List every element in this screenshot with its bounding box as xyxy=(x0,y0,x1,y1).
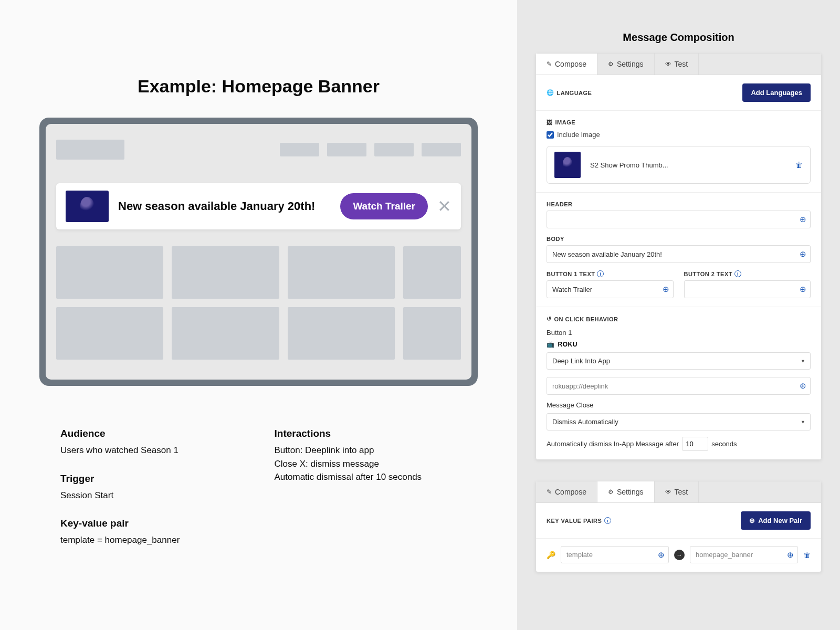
interaction-line: Button: Deeplink into app xyxy=(275,444,457,457)
kvp-value-input[interactable] xyxy=(690,546,798,563)
close-icon[interactable]: ✕ xyxy=(437,196,452,216)
tab-compose[interactable]: ✎Compose xyxy=(536,481,597,502)
mock-card xyxy=(288,307,395,360)
tab-settings[interactable]: ⚙Settings xyxy=(597,54,655,75)
tab-settings[interactable]: ⚙Settings xyxy=(597,481,655,502)
dismiss-suffix: seconds xyxy=(711,440,737,448)
kvp-text: template = homepage_banner xyxy=(60,533,243,547)
mock-nav-item xyxy=(374,143,414,156)
interaction-line: Close X: dismiss message xyxy=(275,457,457,471)
mock-card xyxy=(172,307,279,360)
interaction-line: Automatic dismissal after 10 seconds xyxy=(275,470,457,484)
plus-icon[interactable]: ⊕ xyxy=(800,381,806,391)
eye-icon: 👁 xyxy=(665,60,671,68)
tv-icon: 📺 xyxy=(547,341,555,348)
image-label: IMAGE xyxy=(555,119,576,125)
eye-icon: 👁 xyxy=(665,488,671,496)
kvp-section-label: KEY VALUE PAIRS xyxy=(547,518,602,524)
mock-card xyxy=(288,246,395,299)
plus-icon[interactable]: ⊕ xyxy=(787,550,794,560)
info-icon[interactable]: i xyxy=(734,270,741,277)
mock-card xyxy=(403,307,461,360)
mock-card xyxy=(56,246,163,299)
onclick-action-select[interactable]: Deep Link Into App xyxy=(547,352,811,370)
arrow-right-icon: → xyxy=(674,550,685,560)
mock-nav-item xyxy=(422,143,461,156)
tab-test[interactable]: 👁Test xyxy=(655,54,699,75)
deeplink-input[interactable] xyxy=(547,377,811,395)
header-input[interactable] xyxy=(547,211,811,228)
example-title: Example: Homepage Banner xyxy=(0,76,517,97)
message-close-label: Message Close xyxy=(547,401,811,409)
mock-nav-item xyxy=(280,143,319,156)
plus-icon[interactable]: ⊕ xyxy=(800,215,806,224)
plus-icon: ⊕ xyxy=(749,517,755,524)
tab-test[interactable]: 👁Test xyxy=(655,481,699,502)
button1-label: BUTTON 1 TEXT xyxy=(547,271,595,277)
kvp-heading: Key-value pair xyxy=(60,518,243,529)
gear-icon: ⚙ xyxy=(608,488,614,496)
interactions-heading: Interactions xyxy=(275,428,457,439)
language-label: LANGUAGE xyxy=(557,90,592,96)
body-field-label: BODY xyxy=(547,236,811,242)
button1-onclick-label: Button 1 xyxy=(547,329,811,337)
panel-title: Message Composition xyxy=(536,32,822,44)
body-input[interactable] xyxy=(547,245,811,263)
info-icon[interactable]: i xyxy=(604,517,611,524)
mock-card xyxy=(403,246,461,299)
compose-card: ✎Compose ⚙Settings 👁Test 🌐LANGUAGE Add L… xyxy=(536,53,822,460)
mock-card xyxy=(56,307,163,360)
mock-nav-item xyxy=(327,143,366,156)
button2-text-input[interactable] xyxy=(684,280,811,298)
mockup-frame: New season available January 20th! Watch… xyxy=(39,118,478,386)
globe-icon: 🌐 xyxy=(547,89,554,96)
pencil-icon: ✎ xyxy=(547,488,552,496)
trash-icon[interactable]: 🗑 xyxy=(803,551,811,559)
banner-message-text: New season available January 20th! xyxy=(118,200,340,213)
plus-icon[interactable]: ⊕ xyxy=(800,249,806,259)
include-image-label: Include Image xyxy=(557,131,600,139)
info-icon[interactable]: i xyxy=(597,270,604,277)
plus-icon[interactable]: ⊕ xyxy=(663,285,669,294)
mock-logo xyxy=(56,140,124,160)
kvp-key-input[interactable] xyxy=(561,546,669,563)
trigger-heading: Trigger xyxy=(60,473,243,485)
trash-icon[interactable]: 🗑 xyxy=(795,161,803,169)
dismiss-seconds-input[interactable] xyxy=(682,437,708,451)
settings-card: ✎Compose ⚙Settings 👁Test KEY VALUE PAIRS… xyxy=(536,481,822,572)
mock-card xyxy=(172,246,279,299)
trigger-text: Session Start xyxy=(60,489,243,502)
tab-compose[interactable]: ✎Compose xyxy=(536,54,597,75)
image-item: S2 Show Promo Thumb... 🗑 xyxy=(547,146,811,184)
add-new-pair-button[interactable]: ⊕Add New Pair xyxy=(741,511,811,530)
add-languages-button[interactable]: Add Languages xyxy=(742,83,811,102)
button2-label: BUTTON 2 TEXT xyxy=(684,271,732,277)
click-icon: ↺ xyxy=(547,316,552,322)
gear-icon: ⚙ xyxy=(608,60,614,68)
dismiss-prefix: Automatically dismiss In-App Message aft… xyxy=(547,440,679,448)
image-filename: S2 Show Promo Thumb... xyxy=(590,161,786,169)
banner-thumbnail xyxy=(66,191,109,222)
button1-text-input[interactable] xyxy=(547,280,674,298)
audience-text: Users who watched Season 1 xyxy=(60,444,243,457)
include-image-checkbox[interactable] xyxy=(547,131,554,139)
header-field-label: HEADER xyxy=(547,201,811,207)
plus-icon[interactable]: ⊕ xyxy=(800,285,806,294)
homepage-banner: New season available January 20th! Watch… xyxy=(56,183,461,229)
pencil-icon: ✎ xyxy=(547,60,552,68)
platform-label: ROKU xyxy=(558,341,578,348)
watch-trailer-button[interactable]: Watch Trailer xyxy=(340,193,428,219)
image-thumbnail xyxy=(554,152,581,178)
image-icon: 🖼 xyxy=(547,119,553,125)
plus-icon[interactable]: ⊕ xyxy=(658,550,665,560)
key-icon: 🔑 xyxy=(547,551,555,559)
message-close-select[interactable]: Dismiss Automatically xyxy=(547,413,811,430)
onclick-label: ON CLICK BEHAVIOR xyxy=(554,316,618,322)
audience-heading: Audience xyxy=(60,428,243,439)
